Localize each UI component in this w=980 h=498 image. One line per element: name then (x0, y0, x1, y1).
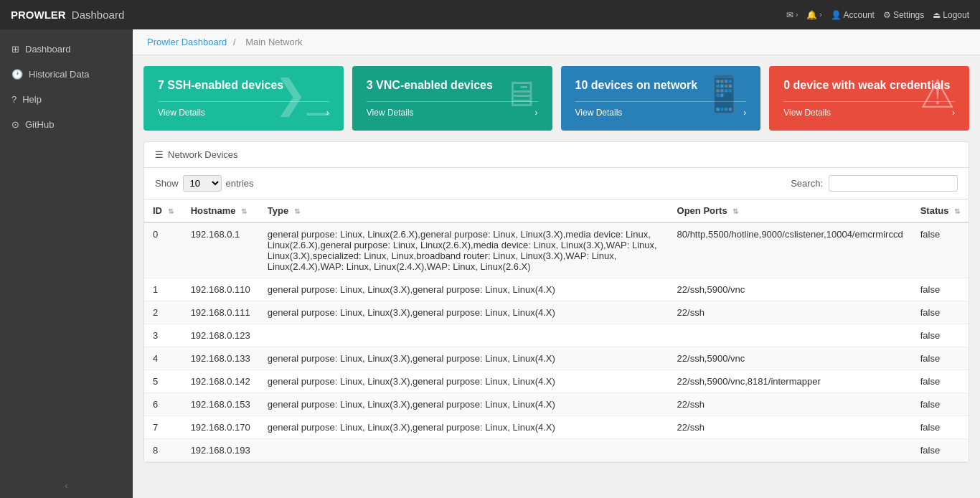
cell-status: false (912, 370, 969, 393)
show-label: Show (155, 178, 179, 189)
table-row: 4 192.168.0.133 general purpose: Linux, … (144, 347, 969, 370)
table-row: 0 192.168.0.1 general purpose: Linux, Li… (144, 222, 969, 278)
network-devices-table-section: ☰ Network Devices Show 10 25 50 100 entr… (143, 141, 969, 463)
show-entries: Show 10 25 50 100 entries (155, 175, 254, 192)
table-row: 5 192.168.0.142 general purpose: Linux, … (144, 370, 969, 393)
entries-label: entries (226, 178, 254, 189)
card-ssh: 7 SSH-enabled devices ❯_ View Details › (143, 66, 344, 131)
cell-type: general purpose: Linux, Linux(3.X),gener… (259, 370, 669, 393)
brand: PROWLER Dashboard (11, 9, 124, 21)
sidebar-item-label: Historical Data (29, 69, 90, 80)
cell-status: false (912, 278, 969, 301)
col-hostname[interactable]: Hostname ⇅ (182, 199, 259, 223)
summary-cards: 7 SSH-enabled devices ❯_ View Details › … (133, 55, 980, 141)
cell-type (259, 324, 669, 347)
card-network: 10 devices on network 📱 View Details › (561, 66, 761, 131)
layout: ⊞ Dashboard 🕐 Historical Data ? Help ⊙ G… (0, 29, 980, 498)
cell-hostname: 192.168.0.142 (182, 370, 259, 393)
col-open-ports[interactable]: Open Ports ⇅ (669, 199, 912, 223)
cell-status: false (912, 324, 969, 347)
logout-link[interactable]: ⏏ Logout (933, 10, 969, 20)
bell-link[interactable]: 🔔 › (806, 10, 821, 20)
account-link[interactable]: 👤 Account (831, 10, 875, 20)
table-section-title: Network Devices (168, 149, 238, 160)
logout-icon: ⏏ (933, 10, 941, 20)
sidebar-item-historical-data[interactable]: 🕐 Historical Data (0, 62, 133, 87)
cell-id: 3 (144, 324, 182, 347)
monitor-icon: 🖥 (502, 73, 538, 115)
table-row: 3 192.168.0.123 false (144, 324, 969, 347)
breadcrumb-link[interactable]: Prowler Dashboard (147, 37, 227, 47)
cell-open-ports: 22/ssh (669, 393, 912, 416)
sort-icon: ⇅ (294, 207, 300, 215)
cell-open-ports: 22/ssh (669, 301, 912, 324)
sort-icon: ⇅ (954, 207, 960, 215)
table-row: 7 192.168.0.170 general purpose: Linux, … (144, 416, 969, 439)
table-row: 6 192.168.0.153 general purpose: Linux, … (144, 393, 969, 416)
entries-select[interactable]: 10 25 50 100 (183, 175, 222, 192)
sort-icon: ⇅ (168, 207, 174, 215)
cell-type: general purpose: Linux, Linux(3.X),gener… (259, 347, 669, 370)
help-icon: ? (11, 94, 17, 105)
cell-open-ports: 22/ssh,5900/vnc,8181/intermapper (669, 370, 912, 393)
cell-type: general purpose: Linux, Linux(3.X),gener… (259, 416, 669, 439)
sidebar-item-github[interactable]: ⊙ GitHub (0, 112, 133, 137)
brand-prowler: PROWLER (11, 9, 66, 21)
cell-status: false (912, 393, 969, 416)
sidebar-item-dashboard[interactable]: ⊞ Dashboard (0, 37, 133, 62)
table-row: 1 192.168.0.110 general purpose: Linux, … (144, 278, 969, 301)
cell-status: false (912, 301, 969, 324)
sidebar-toggle[interactable]: ‹ (0, 474, 133, 498)
mail-icon: ✉ (786, 10, 793, 20)
col-status[interactable]: Status ⇅ (912, 199, 969, 223)
cell-type: general purpose: Linux, Linux(3.X),gener… (259, 301, 669, 324)
cell-hostname: 192.168.0.1 (182, 222, 259, 278)
sidebar-item-label: GitHub (25, 119, 54, 130)
settings-label: Settings (893, 10, 924, 20)
cell-hostname: 192.168.0.153 (182, 393, 259, 416)
navbar: PROWLER Dashboard ✉ › 🔔 › 👤 Account ⚙ Se… (0, 0, 980, 29)
cell-id: 1 (144, 278, 182, 301)
settings-link[interactable]: ⚙ Settings (883, 10, 924, 20)
card-vnc-view: View Details (367, 108, 414, 118)
table-icon: ☰ (155, 149, 164, 160)
bell-chevron: › (819, 11, 821, 19)
devices-table: ID ⇅ Hostname ⇅ Type ⇅ Open Ports ⇅ Stat… (144, 199, 969, 462)
search-input[interactable] (829, 175, 958, 192)
gear-icon: ⚙ (883, 10, 891, 20)
sidebar-item-label: Dashboard (25, 44, 71, 55)
cell-open-ports (669, 324, 912, 347)
card-weak: 0 device with weak credentials ⚠ View De… (769, 66, 969, 131)
cell-hostname: 192.168.0.111 (182, 301, 259, 324)
cell-status: false (912, 347, 969, 370)
chevron-left-icon: ‹ (65, 481, 68, 491)
col-id[interactable]: ID ⇅ (144, 199, 182, 223)
dashboard-icon: ⊞ (11, 44, 19, 55)
account-label: Account (844, 10, 875, 20)
terminal-icon: ❯_ (274, 71, 329, 117)
cell-hostname: 192.168.0.133 (182, 347, 259, 370)
cell-id: 6 (144, 393, 182, 416)
sidebar-item-help[interactable]: ? Help (0, 87, 133, 112)
cell-id: 5 (144, 370, 182, 393)
user-icon: 👤 (831, 10, 842, 20)
card-network-view: View Details (575, 108, 623, 118)
mail-chevron: › (796, 11, 798, 19)
cell-status: false (912, 416, 969, 439)
cell-type: general purpose: Linux, Linux(2.6.X),gen… (259, 222, 669, 278)
breadcrumb-current: Main Network (245, 37, 302, 47)
navbar-right: ✉ › 🔔 › 👤 Account ⚙ Settings ⏏ Logout (786, 10, 969, 20)
mail-link[interactable]: ✉ › (786, 10, 798, 20)
logout-label: Logout (943, 10, 969, 20)
sort-icon: ⇅ (241, 207, 247, 215)
col-type[interactable]: Type ⇅ (259, 199, 669, 223)
cell-open-ports: 22/ssh (669, 416, 912, 439)
breadcrumb: Prowler Dashboard / Main Network (133, 29, 980, 55)
table-row: 2 192.168.0.111 general purpose: Linux, … (144, 301, 969, 324)
alert-icon: ⚠ (920, 71, 955, 117)
cell-hostname: 192.168.0.123 (182, 324, 259, 347)
search-label: Search: (791, 178, 823, 189)
card-ssh-view: View Details (158, 108, 205, 118)
cell-id: 2 (144, 301, 182, 324)
card-weak-view: View Details (783, 108, 831, 118)
